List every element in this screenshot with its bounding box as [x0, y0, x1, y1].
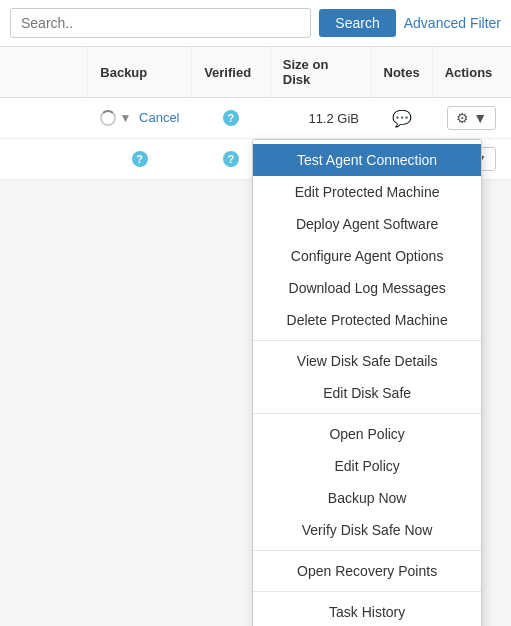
col-header-notes: Notes	[371, 47, 432, 98]
backup-cell-1: ▼ Cancel	[88, 98, 192, 139]
notes-cell-1: 💬	[371, 98, 432, 139]
loading-spinner	[100, 110, 116, 126]
dropdown-item-download-log[interactable]: Download Log Messages	[253, 272, 481, 304]
search-input[interactable]	[10, 8, 311, 38]
col-header-machine	[0, 47, 88, 98]
col-header-size: Size on Disk	[270, 47, 371, 98]
dropdown-item-edit-policy[interactable]: Edit Policy	[253, 450, 481, 482]
caret-icon-1: ▼	[473, 110, 487, 126]
search-button[interactable]: Search	[319, 9, 395, 37]
cancel-link-1[interactable]: Cancel	[139, 110, 179, 125]
spinner-chevron: ▼	[120, 111, 132, 125]
dropdown-item-deploy-agent[interactable]: Deploy Agent Software	[253, 208, 481, 240]
size-cell-1: 11.2 GiB	[270, 98, 371, 139]
notes-icon-1[interactable]: 💬	[392, 109, 412, 128]
col-header-backup: Backup	[88, 47, 192, 98]
dropdown-item-open-recovery[interactable]: Open Recovery Points	[253, 555, 481, 587]
dropdown-item-test-agent[interactable]: Test Agent Connection	[253, 144, 481, 176]
actions-dropdown: Test Agent Connection Edit Protected Mac…	[252, 139, 482, 626]
verified-cell-1: ?	[192, 98, 271, 139]
col-header-actions: Actions	[432, 47, 511, 98]
machine-cell-2	[0, 139, 88, 180]
data-table: Backup Verified Size on Disk Notes Actio…	[0, 47, 511, 180]
dropdown-item-configure-agent[interactable]: Configure Agent Options	[253, 240, 481, 272]
actions-cell-2: ⚙ ▼ Test Agent Connection Edit Protected…	[432, 139, 511, 180]
actions-gear-btn-1[interactable]: ⚙ ▼	[447, 106, 496, 130]
dropdown-item-delete-machine[interactable]: Delete Protected Machine	[253, 304, 481, 336]
dropdown-divider-1	[253, 340, 481, 341]
help-icon-verified-1[interactable]: ?	[223, 110, 239, 126]
help-icon-verified-2[interactable]: ?	[223, 151, 239, 167]
dropdown-item-edit-disk-safe[interactable]: Edit Disk Safe	[253, 377, 481, 409]
dropdown-divider-4	[253, 591, 481, 592]
search-bar: Search Advanced Filter	[0, 0, 511, 47]
dropdown-item-task-history[interactable]: Task History	[253, 596, 481, 626]
table-row: ▼ Cancel ? 11.2 GiB 💬 ⚙ ▼	[0, 98, 511, 139]
actions-cell-1: ⚙ ▼	[432, 98, 511, 139]
gear-icon-1: ⚙	[456, 110, 469, 126]
table-row: ? ? 4.2 KiB 💬 ⚙ ▼ Test Agent Connecti	[0, 139, 511, 180]
col-header-verified: Verified	[192, 47, 271, 98]
advanced-filter-link[interactable]: Advanced Filter	[404, 15, 501, 31]
dropdown-item-edit-machine[interactable]: Edit Protected Machine	[253, 176, 481, 208]
dropdown-item-open-policy[interactable]: Open Policy	[253, 418, 481, 450]
backup-cell-2: ?	[88, 139, 192, 180]
table-header-row: Backup Verified Size on Disk Notes Actio…	[0, 47, 511, 98]
dropdown-item-verify-disk-safe[interactable]: Verify Disk Safe Now	[253, 514, 481, 546]
dropdown-item-backup-now[interactable]: Backup Now	[253, 482, 481, 514]
dropdown-divider-3	[253, 550, 481, 551]
dropdown-divider-2	[253, 413, 481, 414]
dropdown-item-view-disk-safe[interactable]: View Disk Safe Details	[253, 345, 481, 377]
machine-cell-1	[0, 98, 88, 139]
help-icon-backup-2[interactable]: ?	[132, 151, 148, 167]
